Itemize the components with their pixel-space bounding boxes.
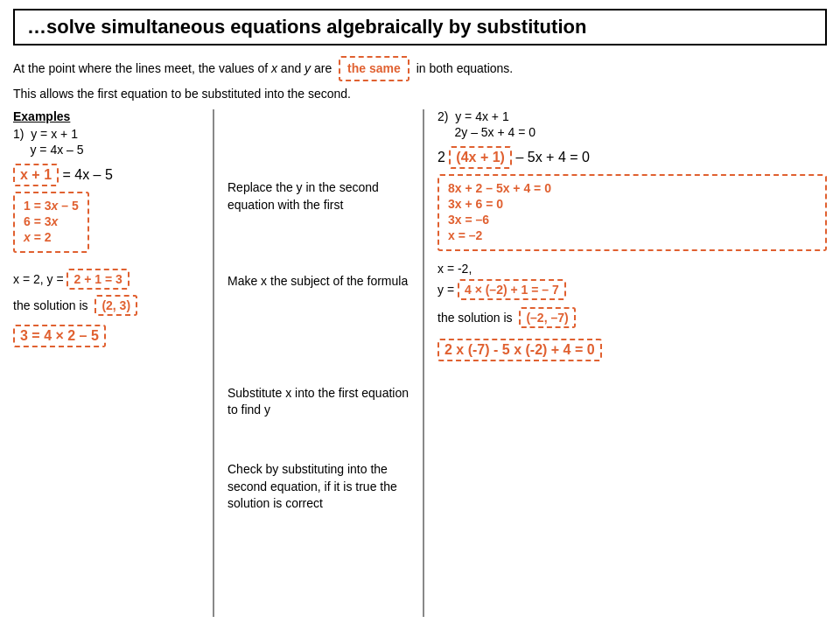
ex2-step2-line4: x = –2: [448, 228, 816, 242]
intro-x: x: [271, 61, 277, 75]
examples-label: Examples: [13, 109, 204, 123]
ex1-eq2: y = 4x – 5: [30, 143, 83, 157]
ex2-number: 2): [438, 109, 448, 123]
title-prefix: …: [27, 16, 46, 38]
ex2-step3-prefix: x = -2,: [438, 262, 472, 276]
ex2-step3-line1: x = -2,: [438, 262, 827, 276]
ex1-step2-line1: 1 = 3x – 5: [24, 199, 79, 213]
ex2-step2-line3: 3x = –6: [448, 213, 816, 227]
ex2-step2-line2: 3x + 6 = 0: [448, 197, 816, 211]
col-right: 2) y = 4x + 1 2y – 5x + 4 = 0 2 (4x + 1)…: [424, 109, 827, 617]
intro-end: in both equations.: [413, 61, 513, 75]
ex2-solution-line: the solution is (–2, –7): [438, 307, 827, 328]
ex2-step1-prefix: 2: [438, 150, 445, 164]
ex2-check-box: 2 x (-7) - 5 x (-2) + 4 = 0: [438, 339, 602, 361]
ex2-step3-box: 4 × (–2) + 1 = – 7: [458, 279, 566, 300]
intro-suffix: are: [311, 61, 335, 75]
ex1-step2-block: 1 = 3x – 5 6 = 3x x = 2: [13, 192, 89, 253]
ex1-number: 1): [13, 127, 24, 141]
main-content: Examples 1) y = x + 1 y = 4x – 5 x + 1 =…: [13, 109, 827, 617]
intro-line2: This allows the first equation to be sub…: [13, 87, 827, 101]
ex1-number-eq1: 1) y = x + 1: [13, 127, 204, 141]
ex2-step1-suffix: – 5x + 4 = 0: [512, 150, 590, 164]
ex2-check: 2 x (-7) - 5 x (-2) + 4 = 0: [438, 339, 827, 361]
middle-step3: Substitute x into the first equation to …: [228, 385, 410, 419]
intro-line1: At the point where the lines meet, the v…: [13, 56, 827, 81]
ex1-step1: x + 1 = 4x – 5: [13, 164, 204, 186]
middle-step1: Replace the y in the second equation wit…: [228, 179, 410, 214]
intro-prefix: At the point where the lines meet, the v…: [13, 61, 271, 75]
ex2-step1-box: (4x + 1): [449, 146, 512, 169]
ex1-solution-line: the solution is (2, 3): [13, 295, 204, 316]
ex1-step3-box: 2 + 1 = 3: [66, 269, 129, 290]
ex1-eq2-line: y = 4x – 5: [13, 143, 204, 157]
page: …solve simultaneous equations algebraica…: [0, 0, 840, 630]
middle-step4-label: Check by substituting into the second eq…: [228, 462, 397, 510]
ex2-eq2: 2y – 5x + 4 = 0: [454, 125, 536, 139]
col-middle: Replace the y in the second equation wit…: [214, 109, 424, 617]
middle-step3-label: Substitute x into the first equation to …: [228, 386, 409, 417]
ex1-check: 3 = 4 × 2 – 5: [13, 325, 204, 347]
ex2-eq2-line: 2y – 5x + 4 = 0: [438, 125, 827, 139]
ex1-step3-prefix: x = 2, y =: [13, 272, 66, 286]
ex2-solution-box: (–2, –7): [519, 307, 575, 328]
ex2-eq1: y = 4x + 1: [455, 109, 508, 123]
ex1-step2-line2: 6 = 3x: [24, 214, 79, 228]
ex1-eq1: y = x + 1: [31, 127, 78, 141]
ex2-step3-line2: y = 4 × (–2) + 1 = – 7: [438, 279, 827, 300]
ex1-check-box: 3 = 4 × 2 – 5: [13, 325, 106, 347]
ex1-step2-line3: x = 2: [24, 230, 79, 244]
ex1-step1-suffix: = 4x – 5: [62, 167, 112, 182]
ex1-step3-line: x = 2, y = 2 + 1 = 3: [13, 269, 204, 290]
ex2-step2-line1: 8x + 2 – 5x + 4 = 0: [448, 181, 816, 195]
ex1-solution-box: (2, 3): [94, 295, 137, 316]
ex1-step1-box: x + 1: [13, 164, 59, 186]
middle-step2-label: Make x the subject of the formula: [228, 274, 408, 288]
ex2-step3-y-prefix: y =: [438, 283, 458, 297]
ex1-solution-prefix: the solution is: [13, 298, 88, 312]
ex2-step2-block: 8x + 2 – 5x + 4 = 0 3x + 6 = 0 3x = –6 x…: [438, 174, 827, 251]
middle-step2: Make x the subject of the formula: [228, 273, 410, 290]
ex2-step1: 2 (4x + 1) – 5x + 4 = 0: [438, 146, 827, 169]
title-box: …solve simultaneous equations algebraica…: [13, 9, 827, 46]
page-title: …solve simultaneous equations algebraica…: [27, 16, 813, 38]
middle-step1-label: Replace the y in the second equation wit…: [228, 180, 379, 212]
col-left: Examples 1) y = x + 1 y = 4x – 5 x + 1 =…: [13, 109, 214, 617]
ex2-solution-prefix: the solution is: [438, 311, 513, 325]
same-badge: the same: [339, 56, 410, 81]
ex2-number-eq1: 2) y = 4x + 1: [438, 109, 827, 123]
intro-mid: and: [277, 61, 304, 75]
middle-step4: Check by substituting into the second eq…: [228, 461, 410, 513]
title-main: solve simultaneous equations algebraical…: [46, 16, 586, 38]
